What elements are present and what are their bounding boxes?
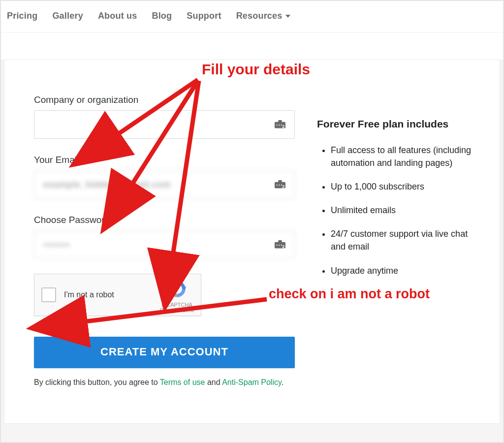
terms-line: By clicking this button, you agree to Te… (34, 378, 292, 387)
email-input[interactable] (34, 170, 295, 199)
password-manager-icon[interactable]: 2 (275, 180, 285, 189)
svg-point-9 (276, 185, 277, 186)
recaptcha-label: I'm not a robot (64, 290, 114, 299)
email-field-group: Your Email 2 (34, 155, 292, 199)
terms-prefix: By clicking this button, you agree to (34, 378, 160, 386)
svg-point-11 (281, 185, 282, 186)
svg-text:2: 2 (283, 185, 285, 189)
anti-spam-link[interactable]: Anti-Spam Policy (222, 378, 282, 386)
svg-point-10 (279, 185, 280, 186)
password-manager-icon[interactable]: 2 (275, 120, 285, 129)
chevron-down-icon (285, 15, 290, 18)
top-nav: Pricing Gallery About us Blog Support Re… (1, 1, 503, 32)
plan-list: Full access to all features (including a… (317, 144, 485, 277)
nav-resources[interactable]: Resources (236, 11, 290, 21)
terms-of-use-link[interactable]: Terms of use (160, 378, 205, 386)
plan-column: Forever Free plan includes Full access t… (297, 60, 500, 423)
create-account-button[interactable]: CREATE MY ACCOUNT (34, 337, 295, 367)
email-label: Your Email (34, 155, 292, 165)
recaptcha-terms-link[interactable]: Terms (181, 308, 194, 313)
recaptcha-logo-block: reCAPTCHA Privacy - Terms (160, 279, 194, 313)
nav-pricing[interactable]: Pricing (7, 11, 37, 21)
company-input[interactable] (34, 110, 295, 139)
svg-point-4 (279, 125, 280, 126)
svg-point-3 (276, 125, 277, 126)
company-label: Company or organization (34, 95, 292, 105)
nav-about-us[interactable]: About us (98, 11, 137, 21)
recaptcha-widget: I'm not a robot reCAPTCHA Privacy - Term… (34, 274, 201, 316)
window-frame: Pricing Gallery About us Blog Support Re… (0, 0, 504, 443)
svg-point-16 (279, 245, 280, 246)
company-field-group: Company or organization 2 (34, 95, 292, 139)
svg-text:2: 2 (283, 245, 285, 249)
nav-support[interactable]: Support (187, 11, 221, 21)
plan-item: Upgrade anytime (331, 264, 485, 277)
password-field-group: Choose Password 2 (34, 215, 292, 259)
terms-suffix: . (282, 378, 284, 386)
recaptcha-checkbox[interactable] (41, 287, 56, 302)
svg-rect-7 (278, 180, 282, 183)
password-manager-icon[interactable]: 2 (275, 240, 285, 249)
plan-item: Full access to all features (including a… (331, 144, 485, 169)
password-label: Choose Password (34, 215, 292, 225)
recaptcha-brand: reCAPTCHA (160, 302, 194, 308)
recaptcha-privacy-link[interactable]: Privacy (160, 308, 176, 313)
recaptcha-links: Privacy - Terms (160, 308, 194, 313)
nav-blog[interactable]: Blog (152, 11, 172, 21)
plan-item: Unlimited emails (331, 204, 485, 217)
signup-panel: Company or organization 2 Your Email 2 (4, 60, 500, 424)
svg-text:2: 2 (283, 125, 285, 129)
nav-resources-label: Resources (236, 11, 283, 21)
plan-item: 24/7 customer support via live chat and … (331, 227, 485, 253)
terms-middle: and (205, 378, 222, 386)
plan-item: Up to 1,000 subscribers (331, 180, 485, 193)
content-outer: Company or organization 2 Your Email 2 (1, 60, 503, 443)
svg-point-5 (281, 125, 282, 126)
plan-title: Forever Free plan includes (317, 118, 485, 130)
password-input[interactable] (34, 230, 295, 259)
recaptcha-icon (167, 279, 187, 299)
svg-point-17 (281, 245, 282, 246)
form-column: Company or organization 2 Your Email 2 (4, 60, 297, 423)
svg-point-15 (276, 245, 277, 246)
svg-rect-1 (278, 120, 282, 123)
nav-gallery[interactable]: Gallery (52, 11, 83, 21)
svg-rect-13 (278, 240, 282, 243)
